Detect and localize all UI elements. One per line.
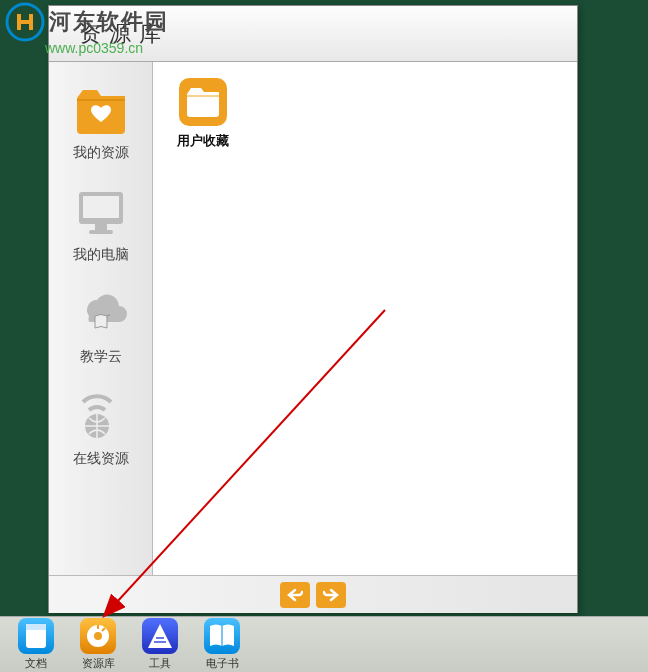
svg-point-11 [94, 632, 102, 640]
sidebar-item-teaching-cloud[interactable]: 教学云 [49, 278, 152, 380]
folder-user-favorites[interactable]: 用户收藏 [167, 76, 239, 150]
globe-signal-icon [73, 388, 129, 444]
bottom-toolbar: 文档 资源库 工具 电子书 [0, 616, 648, 672]
toolbar-item-library[interactable]: 资源库 [76, 618, 120, 671]
arrow-back-icon [287, 588, 303, 602]
resource-panel: 资源库 我的资源 [48, 5, 578, 613]
folder-label: 用户收藏 [177, 132, 229, 150]
toolbar-item-label: 电子书 [206, 656, 239, 671]
sidebar: 我的资源 我的电脑 [49, 62, 153, 575]
toolbar-item-label: 工具 [149, 656, 171, 671]
toolbar-item-tools[interactable]: 工具 [138, 618, 182, 671]
svg-rect-4 [89, 230, 113, 234]
sidebar-item-my-resources[interactable]: 我的资源 [49, 74, 152, 176]
toolbar-item-ebook[interactable]: 电子书 [200, 618, 244, 671]
toolbar-item-label: 资源库 [82, 656, 115, 671]
document-icon [18, 618, 54, 654]
panel-header: 资源库 [49, 6, 577, 62]
cloud-book-icon [73, 286, 129, 342]
sidebar-item-label: 我的资源 [73, 144, 129, 162]
sidebar-item-online-resources[interactable]: 在线资源 [49, 380, 152, 482]
svg-rect-9 [26, 624, 46, 630]
arrow-forward-icon [323, 588, 339, 602]
content-area: 用户收藏 [153, 62, 577, 575]
svg-rect-3 [95, 224, 107, 230]
sidebar-item-label: 在线资源 [73, 450, 129, 468]
monitor-icon [73, 184, 129, 240]
nav-back-button[interactable] [280, 582, 310, 608]
tools-icon [142, 618, 178, 654]
panel-title: 资源库 [79, 19, 169, 49]
toolbar-item-label: 文档 [25, 656, 47, 671]
nav-forward-button[interactable] [316, 582, 346, 608]
sidebar-item-label: 我的电脑 [73, 246, 129, 264]
sidebar-item-label: 教学云 [80, 348, 122, 366]
svg-point-0 [7, 4, 43, 40]
folder-heart-icon [73, 82, 129, 138]
sidebar-item-my-computer[interactable]: 我的电脑 [49, 176, 152, 278]
book-icon [204, 618, 240, 654]
svg-rect-2 [83, 196, 119, 218]
folder-icon [177, 76, 229, 128]
toolbar-item-document[interactable]: 文档 [14, 618, 58, 671]
library-icon [80, 618, 116, 654]
watermark-logo-icon [5, 2, 45, 42]
panel-body: 我的资源 我的电脑 [49, 62, 577, 575]
panel-footer [49, 575, 577, 613]
